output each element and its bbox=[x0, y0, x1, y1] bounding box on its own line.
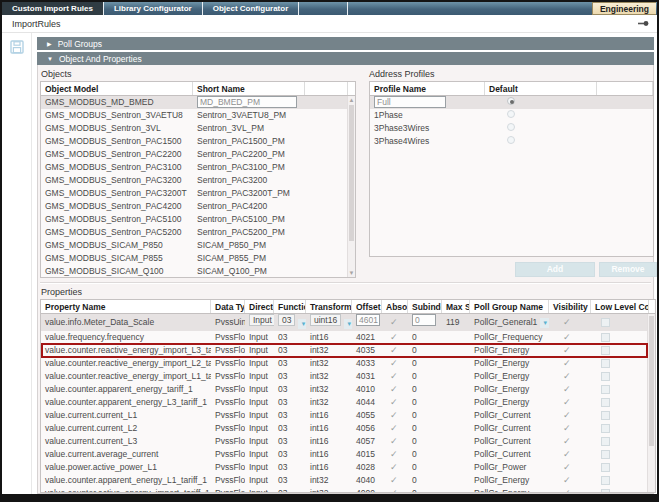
column-header[interactable]: Subinde bbox=[408, 300, 442, 313]
column-header[interactable]: Transforma bbox=[306, 300, 352, 313]
tab-custom-import-rules[interactable]: Custom Import Rules bbox=[2, 2, 104, 15]
visibility-check-icon[interactable]: ✓ bbox=[563, 410, 571, 420]
property-row[interactable]: value.counter.reactive_energy_import_L1_… bbox=[41, 370, 655, 383]
profile-row[interactable]: 3Phase3Wires bbox=[370, 122, 653, 135]
profile-row[interactable]: 3Phase4Wires bbox=[370, 135, 653, 148]
visibility-check-icon[interactable]: ✓ bbox=[563, 462, 571, 472]
absolute-check-icon[interactable]: ✓ bbox=[390, 317, 398, 327]
visibility-check-icon[interactable]: ✓ bbox=[563, 384, 571, 394]
low-level-comp-checkbox[interactable] bbox=[601, 463, 610, 472]
save-icon[interactable] bbox=[2, 40, 31, 54]
property-row[interactable]: value.current.average_currentPvssFloaInp… bbox=[41, 448, 655, 461]
low-level-comp-checkbox[interactable] bbox=[601, 450, 610, 459]
low-level-comp-checkbox[interactable] bbox=[601, 411, 610, 420]
profile-row[interactable]: 1Phase bbox=[370, 109, 653, 122]
low-level-comp-checkbox[interactable] bbox=[601, 346, 610, 355]
property-row[interactable]: value.current.current_L3PvssFloaInput03i… bbox=[41, 435, 655, 448]
absolute-check-icon[interactable]: ✓ bbox=[390, 358, 398, 368]
objects-table-scrollbar[interactable]: ▲ ▼ bbox=[347, 96, 355, 277]
column-header[interactable]: Poll Group Name bbox=[470, 300, 549, 313]
visibility-check-icon[interactable]: ✓ bbox=[563, 488, 571, 493]
property-row[interactable]: value.counter.apparent_energy_L3_tariff_… bbox=[41, 396, 655, 409]
column-header[interactable]: Profile Name bbox=[370, 82, 485, 95]
absolute-check-icon[interactable]: ✓ bbox=[390, 475, 398, 485]
properties-table-scrollbar[interactable] bbox=[647, 314, 655, 492]
column-header[interactable]: Directio bbox=[245, 300, 274, 313]
absolute-check-icon[interactable]: ✓ bbox=[390, 384, 398, 394]
column-header[interactable]: Absolu bbox=[382, 300, 408, 313]
column-header[interactable] bbox=[597, 82, 653, 95]
column-header[interactable]: Object Model bbox=[41, 82, 193, 95]
visibility-check-icon[interactable]: ✓ bbox=[563, 358, 571, 368]
object-row[interactable]: GMS_MODBUS_Sentron_PAC5100Sentron_PAC510… bbox=[41, 213, 355, 226]
function-dropdown-icon[interactable]: ▼ bbox=[298, 319, 306, 329]
absolute-check-icon[interactable]: ✓ bbox=[390, 436, 398, 446]
short-name-input[interactable]: MD_BMED_PM bbox=[197, 96, 297, 108]
scrollbar-thumb[interactable] bbox=[349, 105, 354, 241]
property-row[interactable]: value.current.current_L2PvssFloaInput03i… bbox=[41, 422, 655, 435]
visibility-check-icon[interactable]: ✓ bbox=[563, 449, 571, 459]
profile-name-input[interactable]: Full bbox=[374, 96, 446, 108]
visibility-check-icon[interactable]: ✓ bbox=[563, 317, 571, 327]
column-header[interactable]: Low Level Comp bbox=[591, 300, 649, 313]
scrollbar-thumb[interactable] bbox=[649, 316, 654, 446]
column-header[interactable]: Default bbox=[485, 82, 597, 95]
pin-icon[interactable] bbox=[638, 20, 649, 27]
low-level-comp-checkbox[interactable] bbox=[601, 489, 610, 493]
default-radio[interactable] bbox=[507, 110, 515, 118]
object-row[interactable]: GMS_MODBUS_Sentron_PAC3200TSentron_PAC32… bbox=[41, 187, 355, 200]
absolute-check-icon[interactable]: ✓ bbox=[390, 345, 398, 355]
absolute-check-icon[interactable]: ✓ bbox=[390, 332, 398, 342]
transformation-input[interactable]: uint16 bbox=[310, 314, 341, 326]
column-header[interactable]: Function bbox=[274, 300, 306, 313]
absolute-check-icon[interactable]: ✓ bbox=[390, 462, 398, 472]
profile-row[interactable]: Full bbox=[370, 96, 653, 109]
object-row[interactable]: GMS_MODBUS_Sentron_PAC1500Sentron_PAC150… bbox=[41, 135, 355, 148]
poll-group-dropdown-icon[interactable]: ▼ bbox=[540, 318, 549, 328]
property-row[interactable]: value.counter.apparent_energy_tariff_1Pv… bbox=[41, 383, 655, 396]
tab-library-configurator[interactable]: Library Configurator bbox=[104, 2, 203, 15]
absolute-check-icon[interactable]: ✓ bbox=[390, 423, 398, 433]
object-row[interactable]: GMS_MODBUS_Sentron_PAC4200Sentron_PAC420… bbox=[41, 200, 355, 213]
default-radio[interactable] bbox=[507, 123, 515, 131]
low-level-comp-checkbox[interactable] bbox=[601, 476, 610, 485]
object-row[interactable]: GMS_MODBUS_Sentron_3VLSentron_3VL_PM bbox=[41, 122, 355, 135]
scroll-up-icon[interactable]: ▲ bbox=[348, 96, 355, 104]
property-row[interactable]: value.counter.reactive_energy_import_L3_… bbox=[41, 344, 655, 357]
default-radio[interactable] bbox=[507, 136, 515, 144]
absolute-check-icon[interactable]: ✓ bbox=[390, 397, 398, 407]
remove-button[interactable]: Remove bbox=[599, 262, 657, 277]
absolute-check-icon[interactable]: ✓ bbox=[390, 410, 398, 420]
default-radio[interactable] bbox=[507, 97, 515, 105]
object-row[interactable]: GMS_MODBUS_MD_BMEDMD_BMED_PM bbox=[41, 96, 355, 109]
property-row[interactable]: value.counter.reactive_energy_import_L2_… bbox=[41, 357, 655, 370]
section-header-object-and-properties[interactable]: ▼ Object And Properties bbox=[37, 52, 654, 65]
property-row[interactable]: value.frequency.frequencyPvssFloaInput03… bbox=[41, 331, 655, 344]
low-level-comp-checkbox[interactable] bbox=[601, 372, 610, 381]
object-row[interactable]: GMS_MODBUS_Sentron_PAC5200Sentron_PAC520… bbox=[41, 226, 355, 239]
column-header[interactable]: Offset bbox=[352, 300, 382, 313]
property-row[interactable]: value.counter.apparent_energy_L1_tariff_… bbox=[41, 474, 655, 487]
transformation-dropdown-icon[interactable]: ▼ bbox=[344, 319, 352, 329]
visibility-check-icon[interactable]: ✓ bbox=[563, 345, 571, 355]
object-row[interactable]: GMS_MODBUS_SICAM_P850SICAM_P850_PM bbox=[41, 239, 355, 252]
visibility-check-icon[interactable]: ✓ bbox=[563, 423, 571, 433]
scroll-down-icon[interactable]: ▼ bbox=[348, 269, 355, 277]
visibility-check-icon[interactable]: ✓ bbox=[563, 332, 571, 342]
object-row[interactable]: GMS_MODBUS_SICAM_P855SICAM_P855_PM bbox=[41, 252, 355, 265]
absolute-check-icon[interactable]: ✓ bbox=[390, 488, 398, 493]
property-row[interactable]: value.current.current_L1PvssFloaInput03i… bbox=[41, 409, 655, 422]
visibility-check-icon[interactable]: ✓ bbox=[563, 371, 571, 381]
offset-input[interactable]: 4601 bbox=[356, 314, 380, 326]
object-row[interactable]: GMS_MODBUS_Sentron_PAC3200Sentron_PAC320… bbox=[41, 174, 355, 187]
visibility-check-icon[interactable]: ✓ bbox=[563, 475, 571, 485]
subindex-input[interactable]: 0 bbox=[412, 314, 436, 326]
low-level-comp-checkbox[interactable] bbox=[601, 437, 610, 446]
object-row[interactable]: GMS_MODBUS_Sentron_PAC3100Sentron_PAC310… bbox=[41, 161, 355, 174]
object-row[interactable]: GMS_MODBUS_SICAM_Q100SICAM_Q100_PM bbox=[41, 265, 355, 278]
low-level-comp-checkbox[interactable] bbox=[601, 333, 610, 342]
column-header[interactable]: Property Name bbox=[41, 300, 211, 313]
column-header[interactable]: Data Ty bbox=[211, 300, 245, 313]
property-row[interactable]: value.counter.active_energy_import_tarif… bbox=[41, 487, 655, 493]
low-level-comp-checkbox[interactable] bbox=[601, 359, 610, 368]
